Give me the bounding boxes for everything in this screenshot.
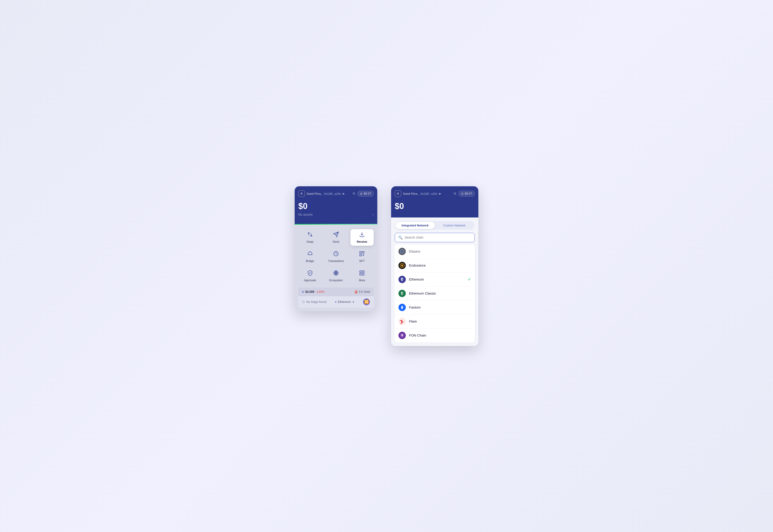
network-tabs: Integrated Network Custom Network — [395, 221, 475, 230]
action-swap[interactable]: Swap — [298, 229, 322, 246]
nav-avatar-icon: 🔀 — [364, 300, 369, 304]
network-header-right: A Seed Phra... 0x13bf...a15e ▶ ⧉ ⊙ $8.07… — [391, 186, 478, 217]
nft-label: NFT — [359, 259, 365, 263]
gas-unit: Gwei — [364, 290, 370, 293]
more-label: More — [359, 279, 365, 282]
dapp-info: ⬡ No Dapp found — [302, 300, 326, 304]
swap-label: Swap — [307, 240, 314, 243]
fantom-logo — [398, 304, 406, 311]
header-top-right: A Seed Phra... 0x13bf...a15e ▶ ⧉ ⊙ $8.07 — [395, 190, 475, 197]
eth-price: ♦ $2,585 -1.82% — [302, 290, 325, 294]
elastos-logo — [398, 248, 406, 255]
action-receive[interactable]: Receive — [350, 229, 374, 246]
dropdown-icon: ∨ — [352, 300, 355, 304]
eth-icon: ♦ — [302, 290, 304, 294]
bottom-nav: ⬡ No Dapp found ♦ Ethereum ∨ 🔀 — [298, 296, 374, 308]
gas-price-value: 5.5 — [359, 290, 363, 293]
ecosystem-icon — [333, 270, 339, 277]
header-balance: $8.07 — [364, 192, 371, 195]
left-wallet-card: A Seed Phra... 0x13bf...a15e ▶ ⧉ ⊙ $8.07… — [295, 186, 377, 311]
eth-classic-name: Ethereum Classic — [409, 291, 436, 295]
network-item-eth-classic[interactable]: Ethereum Classic — [395, 287, 475, 301]
svg-rect-12 — [362, 273, 364, 275]
action-nft[interactable]: NFT — [350, 248, 374, 265]
fon-name: FON Chain — [409, 333, 426, 337]
approvals-icon — [307, 270, 313, 277]
copy-icon[interactable]: ⧉ — [353, 192, 355, 195]
svg-rect-6 — [360, 254, 362, 256]
search-input[interactable] — [405, 236, 471, 239]
network-item-ethereum[interactable]: Ethereum ✓ — [395, 273, 475, 287]
network-item-fantom[interactable]: Fantom — [395, 301, 475, 315]
endurance-name: Endurance — [409, 263, 426, 267]
network-item-elastos[interactable]: Elastos — [395, 245, 475, 259]
endurance-logo — [398, 262, 406, 269]
action-transactions[interactable]: Transactions — [324, 248, 347, 265]
flare-name: Flare — [409, 319, 417, 323]
balance-badge-right: ⊙ $8.07 — [458, 191, 475, 197]
eth-price-value: $2,585 — [305, 290, 314, 293]
avatar-right: A — [395, 190, 401, 197]
flare-logo — [398, 318, 406, 325]
action-more[interactable]: More — [350, 268, 374, 284]
chevron-right-icon-right: ▶ — [439, 192, 441, 195]
balance-badge: ⊙ $8.07 — [357, 191, 374, 197]
wallet-footer: ♦ $2,585 -1.82% ⛽ 5.5 Gwei — [298, 287, 374, 296]
account-info[interactable]: A Seed Phra... 0x13bf...a15e ▶ — [298, 190, 345, 197]
eth-classic-logo — [398, 290, 406, 297]
search-box: 🔍 — [395, 233, 475, 242]
ethereum-logo — [398, 276, 406, 283]
approvals-label: Approvals — [304, 279, 316, 282]
avatar: A — [298, 190, 305, 197]
network-eth-icon: ♦ — [335, 300, 337, 304]
tab-integrated[interactable]: Integrated Network — [395, 222, 435, 229]
action-send[interactable]: Send — [324, 229, 347, 246]
more-icon — [359, 270, 365, 277]
eth-price-change: -1.82% — [316, 290, 325, 293]
network-item-flare[interactable]: Flare — [395, 315, 475, 329]
chevron-right-icon: ▶ — [343, 192, 345, 195]
balance-icon-right: ⊙ — [461, 192, 464, 195]
action-ecosystem[interactable]: Ecosystem — [324, 268, 347, 284]
svg-rect-11 — [360, 273, 362, 275]
transactions-label: Transactions — [328, 259, 344, 263]
account-name-right: Seed Phra... 0x13bf...a15e — [403, 192, 437, 196]
network-list: Elastos Endurance — [395, 245, 475, 342]
header-top: A Seed Phra... 0x13bf...a15e ▶ ⧉ ⊙ $8.07 — [298, 190, 374, 197]
right-network-panel: A Seed Phra... 0x13bf...a15e ▶ ⧉ ⊙ $8.07… — [391, 186, 478, 346]
no-assets-chevron: › — [373, 212, 374, 217]
svg-rect-10 — [362, 271, 364, 273]
total-balance-left: $0 — [298, 201, 374, 211]
gas-price: ⛽ 5.5 Gwei — [355, 290, 370, 293]
gas-icon: ⛽ — [355, 290, 358, 293]
network-body: Integrated Network Custom Network 🔍 Elas… — [391, 217, 478, 346]
network-text: Ethereum — [338, 300, 351, 304]
network-selector-left[interactable]: ♦ Ethereum ∨ — [335, 300, 355, 304]
action-bridge[interactable]: Bridge — [298, 248, 322, 265]
svg-rect-5 — [362, 251, 364, 253]
total-balance-right: $0 — [395, 201, 475, 211]
network-item-endurance[interactable]: Endurance — [395, 259, 475, 273]
network-item-fon[interactable]: FON Chain — [395, 329, 475, 342]
no-assets[interactable]: No assets › — [298, 212, 374, 217]
tab-custom[interactable]: Custom Network — [435, 222, 474, 229]
svg-marker-13 — [400, 250, 404, 253]
swap-icon — [307, 231, 313, 239]
actions-grid: Swap Send — [298, 229, 374, 284]
wallet-header-left: A Seed Phra... 0x13bf...a15e ▶ ⧉ ⊙ $8.07… — [295, 186, 377, 224]
nft-icon — [359, 251, 365, 258]
page-wrapper: A Seed Phra... 0x13bf...a15e ▶ ⧉ ⊙ $8.07… — [295, 186, 478, 346]
svg-rect-9 — [360, 271, 362, 273]
fon-logo — [398, 332, 406, 339]
send-label: Send — [333, 240, 339, 243]
no-assets-text: No assets — [298, 213, 313, 216]
dapp-text: No Dapp found — [306, 300, 326, 304]
account-info-right[interactable]: A Seed Phra... 0x13bf...a15e ▶ — [395, 190, 441, 197]
svg-point-16 — [401, 265, 403, 266]
wallet-actions: Swap Send — [295, 225, 377, 311]
nav-avatar[interactable]: 🔀 — [363, 298, 370, 305]
action-approvals[interactable]: Approvals — [298, 268, 322, 284]
svg-rect-4 — [360, 251, 362, 253]
copy-icon-right[interactable]: ⧉ — [454, 192, 456, 195]
ethereum-check: ✓ — [467, 277, 471, 282]
